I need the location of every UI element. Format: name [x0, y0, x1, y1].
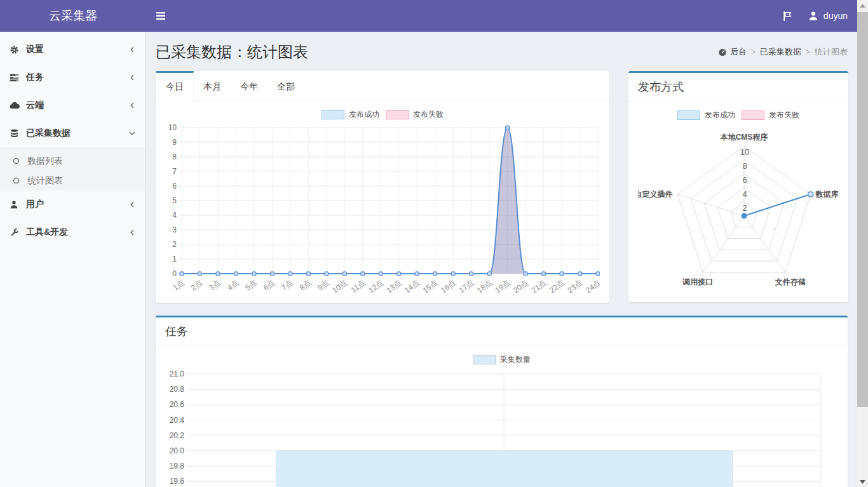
svg-text:11点: 11点 — [349, 278, 367, 294]
scrollbar-down-button[interactable] — [857, 476, 868, 487]
tasks-header: 任务 — [156, 317, 848, 346]
svg-text:自定义插件: 自定义插件 — [638, 190, 672, 199]
cloud-icon — [10, 101, 26, 110]
svg-text:20.8: 20.8 — [170, 385, 185, 394]
svg-text:19.6: 19.6 — [170, 477, 185, 486]
sidebar-item-tasks[interactable]: 任务 — [0, 63, 146, 91]
sidebar-item-cloud[interactable]: 云端 — [0, 91, 146, 119]
svg-text:1: 1 — [172, 255, 177, 264]
sidebar-item-statistics-chart[interactable]: 统计图表 — [0, 171, 146, 190]
sidebar-item-tools-dev[interactable]: 工具&开发 — [0, 218, 146, 246]
svg-text:20点: 20点 — [512, 278, 530, 294]
svg-text:20.4: 20.4 — [170, 416, 185, 425]
svg-text:21.0: 21.0 — [170, 370, 185, 378]
arrow-down-icon — [860, 480, 865, 484]
scrollbar-thumb[interactable] — [857, 12, 868, 407]
svg-text:10点: 10点 — [330, 278, 349, 294]
page-title: 已采集数据：统计图表 — [156, 42, 308, 62]
svg-text:21点: 21点 — [530, 278, 548, 294]
sidebar-item-settings[interactable]: 设置 — [0, 36, 146, 63]
breadcrumb-separator: > — [751, 48, 756, 57]
svg-text:8点: 8点 — [298, 278, 313, 292]
chevron-down-icon — [128, 130, 136, 137]
chevron-left-icon — [129, 46, 136, 53]
breadcrumb-home[interactable]: 后台 — [718, 46, 747, 58]
tab-today[interactable]: 今日 — [156, 71, 194, 101]
tasks-bar-chart[interactable]: 21.020.820.620.420.220.019.819.619.419.2… — [165, 369, 839, 487]
legend-item-collect-count[interactable]: 采集数量 — [473, 354, 531, 365]
app-title: 云采集器 — [49, 8, 97, 24]
page: 云采集器 duyun — [0, 0, 857, 487]
app-logo[interactable]: 云采集器 — [0, 0, 146, 32]
svg-text:8: 8 — [742, 161, 747, 171]
publish-method-radar-chart[interactable]: 246810本地CMS程序数据库文件存储调用接口自定义插件 — [638, 124, 839, 293]
sidebar-item-label: 数据列表 — [27, 156, 63, 167]
user-icon — [808, 11, 818, 21]
svg-text:19点: 19点 — [494, 278, 512, 294]
svg-text:16点: 16点 — [439, 278, 458, 294]
svg-text:调用接口: 调用接口 — [682, 277, 713, 286]
notifications-button[interactable] — [773, 0, 802, 32]
publish-chart-legend: 发布成功 发布失败 — [165, 107, 600, 124]
legend-item-publish-success[interactable]: 发布成功 — [322, 109, 379, 120]
sidebar-item-users[interactable]: 用户 — [0, 190, 146, 218]
navbar-right: duyun — [773, 0, 857, 32]
flag-icon — [782, 11, 793, 22]
chevron-left-icon — [129, 74, 136, 81]
legend-item-publish-fail[interactable]: 发布失败 — [386, 109, 444, 120]
svg-text:9点: 9点 — [316, 278, 330, 292]
user-icon — [10, 200, 26, 209]
top-navbar: 云采集器 duyun — [0, 0, 857, 32]
legend-swatch — [677, 110, 700, 120]
arrow-up-icon — [860, 4, 865, 8]
legend-item-publish-fail[interactable]: 发布失败 — [742, 110, 799, 121]
legend-swatch — [742, 110, 764, 120]
breadcrumb-collected-data[interactable]: 已采集数据 — [760, 46, 801, 58]
tab-this-month[interactable]: 本月 — [194, 71, 231, 100]
collected-data-submenu: 数据列表 统计图表 — [0, 147, 146, 190]
svg-text:2: 2 — [172, 240, 177, 249]
svg-text:文件存储: 文件存储 — [775, 277, 806, 286]
svg-text:4: 4 — [172, 211, 177, 220]
sidebar-item-label: 已采集数据 — [26, 128, 128, 139]
breadcrumb: 后台 > 已采集数据 > 统计图表 — [718, 46, 848, 58]
legend-item-publish-success[interactable]: 发布成功 — [677, 110, 735, 121]
publish-line-chart[interactable]: 0123456789101点2点3点4点5点6点7点8点9点10点11点12点1… — [165, 124, 600, 294]
sidebar-toggle-button[interactable] — [146, 0, 175, 32]
tasks-icon — [10, 73, 26, 83]
svg-text:0: 0 — [172, 269, 177, 278]
chevron-left-icon — [129, 102, 136, 109]
dashboard-icon — [718, 48, 727, 57]
tab-all[interactable]: 全部 — [268, 71, 304, 100]
scrollbar-up-button[interactable] — [857, 0, 868, 11]
sidebar: 设置 任务 — [0, 32, 146, 487]
svg-text:数据库: 数据库 — [815, 190, 839, 199]
tab-this-year[interactable]: 今年 — [231, 71, 268, 100]
svg-text:12点: 12点 — [367, 278, 385, 294]
svg-text:1点: 1点 — [171, 278, 186, 292]
publish-method-header: 发布方式 — [628, 73, 848, 102]
tasks-chart-legend: 采集数量 — [165, 352, 838, 369]
svg-text:4: 4 — [742, 189, 747, 199]
sidebar-item-collected-data[interactable]: 已采集数据 — [0, 119, 146, 147]
user-menu[interactable]: duyun — [802, 0, 857, 32]
chevron-left-icon — [129, 229, 136, 236]
wrench-icon — [10, 228, 26, 237]
gear-icon — [10, 45, 26, 55]
svg-text:4点: 4点 — [226, 278, 240, 292]
svg-text:7点: 7点 — [280, 278, 294, 292]
sidebar-item-data-list[interactable]: 数据列表 — [0, 151, 146, 171]
sidebar-item-label: 云端 — [26, 100, 129, 111]
breadcrumb-current: 统计图表 — [815, 46, 848, 58]
svg-text:17点: 17点 — [458, 278, 476, 294]
publish-method-body: 发布成功 发布失败 246810本地CMS程序数据库文件存储调用接口自定义插件 — [628, 102, 848, 302]
svg-text:6: 6 — [172, 182, 177, 190]
svg-text:10: 10 — [740, 147, 749, 157]
radar-chart-legend: 发布成功 发布失败 — [638, 108, 839, 124]
hamburger-icon — [156, 11, 166, 20]
scrollbar-track[interactable] — [857, 0, 868, 487]
sidebar-item-label: 任务 — [26, 72, 129, 83]
svg-text:8: 8 — [172, 152, 177, 161]
database-icon — [10, 129, 26, 138]
svg-text:19.8: 19.8 — [170, 462, 185, 470]
